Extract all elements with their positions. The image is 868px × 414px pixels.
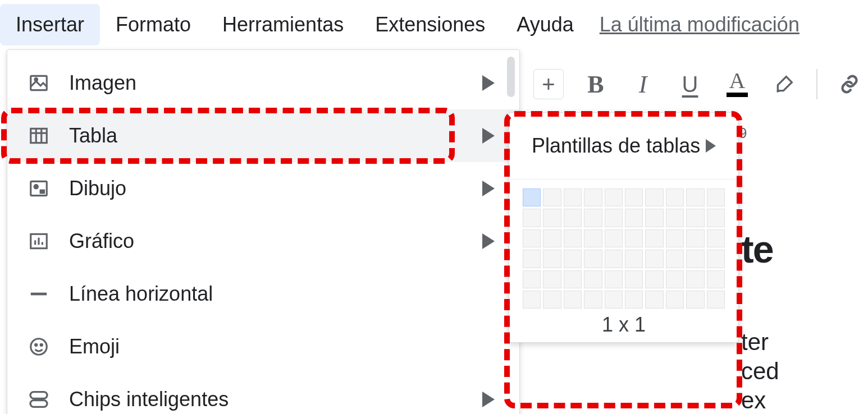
submenu-arrow-icon [482,181,495,196]
toolbar-add-button[interactable]: + [533,69,564,99]
table-grid-cell[interactable] [584,250,602,268]
table-grid-cell[interactable] [564,250,582,268]
menu-ayuda[interactable]: Ayuda [501,4,589,45]
table-grid-cell[interactable] [666,291,684,309]
menu-formato[interactable]: Formato [100,4,207,45]
underline-glyph: U [682,72,698,97]
table-grid-cell[interactable] [564,270,582,288]
table-grid-cell[interactable] [645,270,663,288]
svg-point-16 [40,344,42,346]
table-submenu: Plantillas de tablas 1 x 1 [509,112,739,343]
table-grid-cell[interactable] [605,209,623,227]
table-grid-cell[interactable] [543,291,561,309]
menuitem-dibujo[interactable]: Dibujo [7,162,519,215]
table-grid-cell[interactable] [523,188,541,206]
last-modified-link[interactable]: La última modificación [600,13,800,36]
table-grid-cell[interactable] [584,229,602,247]
table-grid-cell[interactable] [707,209,725,227]
table-grid-cell[interactable] [645,250,663,268]
menuitem-label: Gráfico [69,229,134,253]
drawing-icon [28,177,50,200]
table-grid-cell[interactable] [707,291,725,309]
table-grid-cell[interactable] [625,250,643,268]
menuitem-tabla[interactable]: Tabla [7,109,519,162]
table-grid-cell[interactable] [686,188,704,206]
table-grid-cell[interactable] [666,250,684,268]
table-grid-cell[interactable] [666,270,684,288]
table-grid-cell[interactable] [686,291,704,309]
table-templates-item[interactable]: Plantillas de tablas [509,118,738,173]
table-grid-cell[interactable] [543,229,561,247]
table-grid-cell[interactable] [605,250,623,268]
table-grid-cell[interactable] [625,291,643,309]
table-grid-cell[interactable] [543,209,561,227]
table-grid-cell[interactable] [625,270,643,288]
table-grid-cell[interactable] [523,229,541,247]
italic-button[interactable]: I [628,69,658,99]
table-grid-cell[interactable] [584,270,602,288]
highlighter-button[interactable] [769,69,800,99]
table-grid-cell[interactable] [523,291,541,309]
table-grid-cell[interactable] [625,209,643,227]
table-grid-cell[interactable] [686,209,704,227]
table-grid-cell[interactable] [707,188,725,206]
table-grid-cell[interactable] [625,229,643,247]
table-grid-cell[interactable] [666,229,684,247]
underline-button[interactable]: U [675,69,705,99]
text-color-button[interactable]: A [722,69,752,99]
table-grid-cell[interactable] [584,188,602,206]
table-grid-cell[interactable] [605,291,623,309]
table-grid-cell[interactable] [564,291,582,309]
table-grid-cell[interactable] [523,250,541,268]
table-grid-cell[interactable] [564,229,582,247]
textcolor-swatch [727,93,748,97]
insert-link-button[interactable] [834,69,865,99]
menuitem-linea-horizontal[interactable]: Línea horizontal [7,268,519,320]
table-grid-cell[interactable] [564,188,582,206]
table-grid-cell[interactable] [605,229,623,247]
table-grid-cell[interactable] [543,270,561,288]
table-grid-cell[interactable] [707,270,725,288]
table-grid-cell[interactable] [686,250,704,268]
table-grid-cell[interactable] [686,229,704,247]
table-grid-cell[interactable] [584,209,602,227]
table-size-picker: 1 x 1 [509,185,738,337]
menuitem-label: Dibujo [69,177,126,200]
table-grid-cell[interactable] [625,188,643,206]
table-grid-cell[interactable] [605,188,623,206]
table-grid-cell[interactable] [543,188,561,206]
menuitem-chips-inteligentes[interactable]: Chips inteligentes [7,373,519,414]
bold-button[interactable]: B [581,69,611,99]
insert-dropdown: Imagen Tabla Dibujo Gráfico Línea horizo… [7,49,520,414]
table-grid-cell[interactable] [707,250,725,268]
table-grid[interactable] [523,188,725,309]
submenu-arrow-icon [482,128,495,144]
document-text-peek: tercedex [741,328,779,414]
table-grid-cell[interactable] [543,250,561,268]
table-grid-cell[interactable] [523,270,541,288]
table-grid-cell[interactable] [645,188,663,206]
menuitem-emoji[interactable]: Emoji [7,320,519,373]
toolbar-divider [816,69,817,99]
menuitem-label: Imagen [69,71,136,95]
table-grid-cell[interactable] [564,209,582,227]
table-grid-cell[interactable] [645,229,663,247]
hr-icon [28,283,50,305]
table-grid-cell[interactable] [523,209,541,227]
table-grid-cell[interactable] [666,188,684,206]
table-grid-cell[interactable] [686,270,704,288]
table-grid-cell[interactable] [666,209,684,227]
svg-rect-18 [30,401,47,407]
table-grid-cell[interactable] [584,291,602,309]
menu-insertar[interactable]: Insertar [0,4,100,45]
svg-point-15 [35,344,37,346]
menuitem-grafico[interactable]: Gráfico [7,215,519,268]
menu-herramientas[interactable]: Herramientas [207,4,359,45]
table-grid-cell[interactable] [605,270,623,288]
menuitem-imagen[interactable]: Imagen [7,57,519,109]
table-grid-cell[interactable] [707,229,725,247]
svg-point-14 [31,339,47,355]
menu-extensiones[interactable]: Extensiones [359,4,501,45]
table-grid-cell[interactable] [645,209,663,227]
table-grid-cell[interactable] [645,291,663,309]
